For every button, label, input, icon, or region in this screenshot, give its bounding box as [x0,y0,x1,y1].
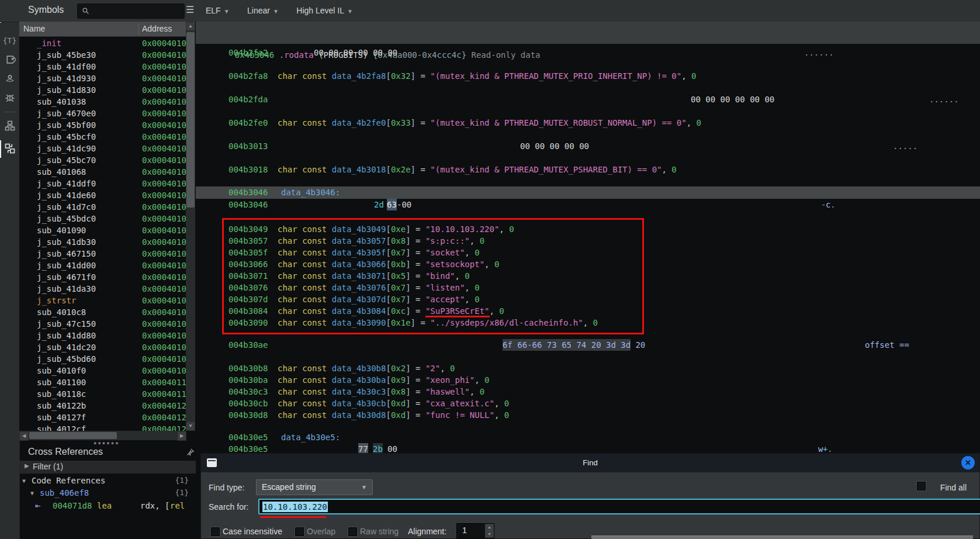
content-line-004b3071-str[interactable]: 004b3071char const data_4b3071[0x5] = "b… [196,270,980,282]
content-line-004b30e5-label[interactable]: 004b30e5data_4b30e5: [196,431,980,443]
column-header-address[interactable]: Address [142,24,172,33]
symbol-row[interactable]: j_sub_41de600x0004010 [19,189,186,201]
overlap-checkbox[interactable] [295,527,304,536]
cross-references-rail-icon[interactable] [0,140,19,160]
content-line-004b3049-str[interactable]: 004b3049char const data_4b3049[0xe] = "1… [196,223,980,235]
scroll-left-icon[interactable]: ◀ [19,431,29,441]
symbol-row[interactable]: sub_4010900x0004010 [19,224,186,236]
symbol-row[interactable]: sub_4012cf0x0004012 [19,423,186,431]
symbol-row[interactable]: sub_4010680x0004010 [19,166,186,178]
horizontal-scroll-thumb[interactable] [29,432,117,439]
content-line-004b3046-hex[interactable]: 004b30462d63-00-c. [196,199,980,210]
content-line-004b2fe0-str[interactable]: 004b2fe0char const data_4b2fe0[0x33] = "… [196,117,980,129]
pin-icon[interactable] [186,448,195,459]
content-line-004b2fa8-str[interactable]: 004b2fa8char const data_4b2fa8[0x32] = "… [196,70,980,82]
column-header-name[interactable]: Name [23,24,45,33]
content-line-004b3046-label[interactable]: 004b3046data_4b3046: [196,186,980,198]
raw-string-checkbox[interactable] [348,527,357,536]
content-line-004b3084-str[interactable]: 004b3084char const data_4b3084[0xc] = "S… [196,305,980,317]
vertical-scroll-thumb[interactable] [186,32,195,208]
find-dialog: Find ✕ Find type: Escaped string ▼ Find … [200,453,980,539]
symbol-row[interactable]: j_sub_41ddf00x0004010 [19,178,186,189]
content-line-004b30cb-str[interactable]: 004b30cbchar const data_4b30cb[0xd] = "c… [196,398,980,409]
symbol-row[interactable]: j_sub_41db300x0004010 [19,236,186,248]
scroll-up-icon[interactable]: ▲ [186,22,195,31]
column-divider[interactable] [138,23,139,35]
symbol-row[interactable]: sub_40122b0x0004012 [19,400,186,412]
alignment-spinbox[interactable]: 1 ▲▼ [456,523,494,538]
symbol-row[interactable]: j_sub_41dc200x0004010 [19,341,186,353]
symbol-search-input[interactable] [77,4,185,19]
content-line-004b2fa2-hex[interactable]: 004b2fa200 00 00 00 00 00...... [196,47,980,58]
ascii-chars: offset == [865,339,909,351]
symbol-row[interactable]: sub_40127f0x0004012 [19,412,186,423]
content-line-004b30b8-str[interactable]: 004b30b8char const data_4b30b8[0x2] = "2… [196,362,980,374]
symbol-row[interactable]: j_sub_41da300x0004010 [19,283,186,295]
symbol-row[interactable]: sub_4010f00x0004010 [19,365,186,376]
xref-entry-bracket: [ [165,500,169,512]
symbol-row[interactable]: sub_4011000x0004011 [19,376,186,388]
memory-map-rail-icon[interactable] [0,70,19,90]
symbol-row[interactable]: sub_40118c0x0004011 [19,388,186,400]
symbol-row[interactable]: sub_4010380x0004010 [19,96,186,108]
symbol-row[interactable]: _init0x0004010 [19,37,186,49]
symbol-row[interactable]: j_sub_45bcf00x0004010 [19,131,186,143]
symbol-row[interactable]: j_sub_45be300x0004010 [19,49,186,61]
symbol-row[interactable]: j_sub_41dc900x0004010 [19,143,186,154]
panel-splitter-handle[interactable]: ●●●●●● [94,440,120,446]
content-line-004b3013-hex[interactable]: 004b301300 00 00 00 00..... [196,140,980,152]
symbol-row[interactable]: j_sub_41dd000x0004010 [19,260,186,271]
symbol-row[interactable]: j_sub_45bd600x0004010 [19,353,186,365]
symbols-table-header[interactable]: Name Address [19,22,186,37]
xref-entry[interactable]: ⇤ 004071d8 lea rdx, [ rel [19,500,196,512]
xref-entry-rel: rel [170,500,185,512]
find-dialog-titlebar[interactable]: Find ✕ [201,454,979,472]
content-line-004b3057-str[interactable]: 004b3057char const data_4b3057[0x8] = "s… [196,235,980,247]
xrefs-filter-row[interactable]: ▶ Filter (1) [19,461,196,474]
symbol-row[interactable]: j_sub_41dd800x0004010 [19,330,186,341]
symbol-row[interactable]: j_sub_4671f00x0004010 [19,271,186,283]
close-icon[interactable]: ✕ [961,456,975,469]
tag-rail-icon[interactable] [0,51,19,71]
symbol-row[interactable]: j_sub_45bf000x0004010 [19,119,186,131]
scroll-down-icon[interactable]: ▼ [186,421,195,431]
symbol-row[interactable]: j_sub_41d7c00x0004010 [19,201,186,213]
spinner-arrows-icon[interactable]: ▲▼ [485,524,494,538]
symbol-row[interactable]: j_sub_4671500x0004010 [19,248,186,260]
view-layout-menu[interactable]: Linear▼ [247,6,279,15]
mini-graph-rail-icon[interactable] [0,118,19,137]
content-line-004b3090-str[interactable]: 004b3090char const data_4b3090[0x1e] = "… [196,317,980,329]
symbol-row[interactable]: j_sub_4670e00x0004010 [19,108,186,119]
case-insensitive-checkbox[interactable] [211,527,220,536]
il-level-menu[interactable]: High Level IL▼ [296,6,353,15]
symbol-row[interactable]: j_sub_47c1500x0004010 [19,318,186,330]
content-line-004b3076-str[interactable]: 004b3076char const data_4b3076[0x7] = "l… [196,282,980,293]
binary-type-menu[interactable]: ELF▼ [206,6,230,15]
find-all-checkbox[interactable] [917,482,926,490]
symbol-row[interactable]: j_strstr0x0004010 [19,295,186,306]
symbol-row[interactable]: j_sub_41d9300x0004010 [19,72,186,84]
symbol-row[interactable]: j_sub_45bdc00x0004010 [19,213,186,224]
menu-icon[interactable]: ☰ [186,4,194,15]
content-line-004b30ba-str[interactable]: 004b30bachar const data_4b30ba[0x9] = "x… [196,374,980,386]
debugger-rail-icon[interactable] [0,89,19,109]
search-input[interactable]: 10.10.103.220 ▼ [258,499,980,514]
string-definition: char const data_4b30ba[0x9] = "xeon_phi"… [278,374,490,386]
content-line-004b30c3-str[interactable]: 004b30c3char const data_4b30c3[0x8] = "h… [196,386,980,398]
xrefs-code-references-group[interactable]: ▼ Code References {1} [19,475,196,486]
content-line-004b30ae-hex[interactable]: 004b30ae6f 66-66 73 65 74 20 3d 3d 20off… [196,339,980,351]
xrefs-function-group[interactable]: ▼ sub_406ef8 {1} [19,487,196,499]
symbol-row[interactable]: j_sub_41d8300x0004010 [19,84,186,96]
content-line-004b2fda-hex[interactable]: 004b2fda00 00 00 00 00 00...... [196,94,980,105]
content-line-004b30d8-str[interactable]: 004b30d8char const data_4b30d8[0xd] = "f… [196,409,980,421]
content-line-004b307d-str[interactable]: 004b307dchar const data_4b307d[0x7] = "a… [196,293,980,305]
find-type-dropdown[interactable]: Escaped string ▼ [256,479,373,495]
symbol-row[interactable]: j_sub_45bc700x0004010 [19,154,186,166]
symbol-row[interactable]: j_sub_41df000x0004010 [19,61,186,72]
types-rail-icon[interactable]: {T} [0,32,19,52]
symbol-row[interactable]: sub_4010c80x0004010 [19,306,186,318]
content-line-004b3066-str[interactable]: 004b3066char const data_4b3066[0xb] = "s… [196,258,980,270]
scroll-right-icon[interactable]: ▶ [177,431,186,441]
content-line-004b3018-str[interactable]: 004b3018char const data_4b3018[0x2e] = "… [196,164,980,175]
content-line-004b305f-str[interactable]: 004b305fchar const data_4b305f[0x7] = "s… [196,247,980,258]
